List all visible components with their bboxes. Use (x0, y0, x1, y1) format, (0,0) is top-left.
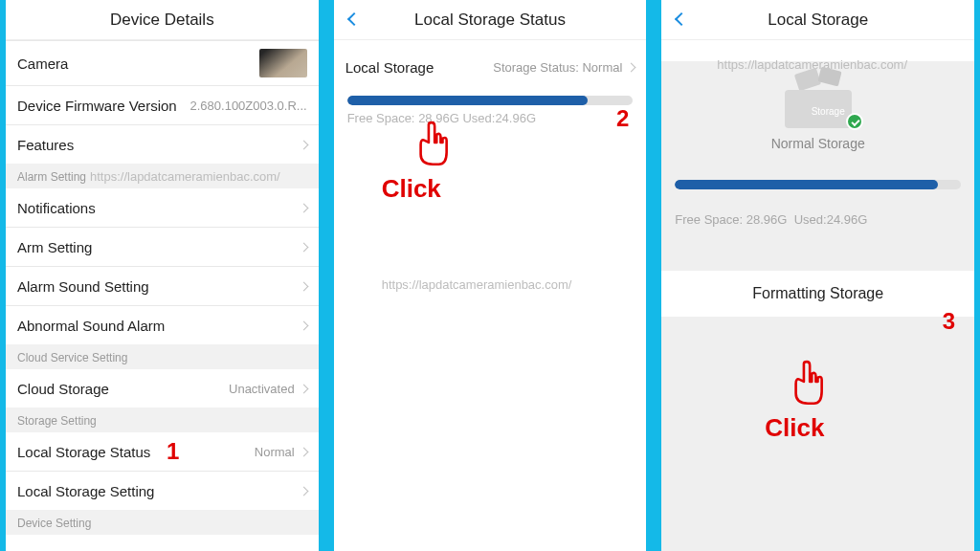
row-local-storage-status[interactable]: Local Storage Status 1 Normal (6, 432, 319, 471)
storage-progress-fill (675, 180, 938, 189)
camera-thumbnail (259, 49, 307, 77)
section-alarm: Alarm Setting https://lapdatcameramienba… (6, 164, 319, 188)
panel-local-storage: Local Storage https://lapdatcameramienba… (661, 0, 974, 551)
section-device: Device Setting (6, 510, 319, 535)
annotation-step-3: 3 (943, 308, 955, 335)
storage-progress-bar (675, 180, 961, 189)
annotation-click: Click (765, 413, 824, 443)
pointer-hand-icon (411, 121, 451, 170)
chevron-right-icon (627, 62, 636, 72)
annotation-click: Click (382, 174, 441, 204)
row-features[interactable]: Features (6, 125, 319, 164)
back-button[interactable] (344, 8, 367, 31)
header: Device Details (6, 0, 319, 40)
storage-progress-fill (347, 96, 588, 105)
row-local-storage-setting[interactable]: Local Storage Setting (6, 472, 319, 510)
formatting-storage-button[interactable]: Formatting Storage (661, 271, 974, 317)
pointer-hand-icon (786, 360, 826, 409)
chevron-right-icon (299, 320, 308, 330)
chevron-left-icon (347, 12, 361, 26)
section-cloud: Cloud Service Setting (6, 344, 319, 369)
page-title: Local Storage (768, 11, 868, 30)
storage-box-icon: Storage (775, 61, 861, 128)
check-badge-icon (846, 113, 863, 130)
chevron-right-icon (299, 281, 308, 291)
page-title: Device Details (110, 11, 214, 30)
section-storage: Storage Setting (6, 408, 319, 432)
watermark: https://lapdatcameramienbac.com/ (90, 169, 280, 184)
row-abnormal-sound[interactable]: Abnormal Sound Alarm (6, 306, 319, 344)
row-camera[interactable]: Camera (6, 41, 319, 85)
header: Local Storage Status (334, 0, 647, 40)
header: Local Storage (661, 0, 974, 40)
storage-usage-text: Free Space: 28.96G Used:24.96G (334, 111, 647, 125)
annotation-step-2: 2 (616, 105, 629, 132)
chevron-right-icon (299, 242, 308, 252)
panel-device-details: Device Details Camera Device Firmware Ve… (6, 0, 319, 551)
chevron-left-icon (675, 12, 688, 26)
firmware-label: Device Firmware Version (17, 98, 177, 114)
row-arm-setting[interactable]: Arm Setting (6, 228, 319, 266)
panel-local-storage-status: Local Storage Status Local Storage Stora… (334, 0, 647, 551)
back-button[interactable] (671, 8, 694, 31)
row-local-storage[interactable]: Local Storage Storage Status: Normal (334, 48, 647, 86)
page-title: Local Storage Status (414, 11, 566, 30)
row-notifications[interactable]: Notifications (6, 188, 319, 227)
storage-progress-bar (347, 96, 634, 105)
row-cloud-storage[interactable]: Cloud Storage Unactivated (6, 369, 319, 408)
features-label: Features (17, 137, 74, 153)
chevron-right-icon (299, 486, 308, 496)
watermark: https://lapdatcameramienbac.com/ (382, 277, 572, 292)
chevron-right-icon (299, 203, 308, 212)
annotation-step-1: 1 (167, 438, 179, 465)
chevron-right-icon (299, 140, 308, 149)
camera-label: Camera (17, 55, 68, 72)
row-firmware[interactable]: Device Firmware Version 2.680.100Z003.0.… (6, 86, 319, 124)
chevron-right-icon (299, 447, 308, 456)
row-alarm-sound[interactable]: Alarm Sound Setting (6, 267, 319, 305)
firmware-value: 2.680.100Z003.0.R... (190, 99, 307, 113)
storage-status-text: Normal Storage (661, 136, 974, 151)
chevron-right-icon (299, 384, 308, 393)
storage-usage-text: Free Space: 28.96G Used:24.96G (661, 212, 974, 227)
